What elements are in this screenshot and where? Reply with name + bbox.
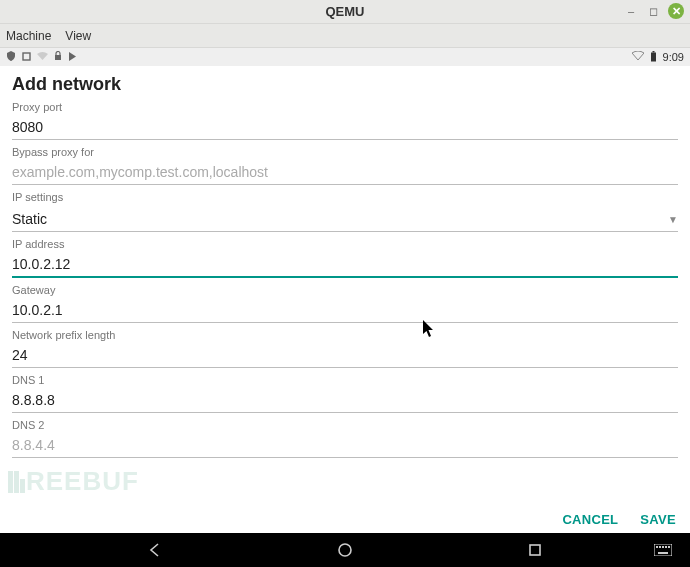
chevron-down-icon: ▼ — [668, 214, 678, 225]
nav-back-button[interactable] — [146, 541, 164, 559]
wifi-icon — [632, 51, 644, 63]
field-proxy-port: Proxy port — [12, 101, 678, 140]
menu-view[interactable]: View — [65, 29, 91, 43]
lock-icon — [54, 51, 62, 63]
nav-keyboard-icon[interactable] — [654, 541, 672, 559]
android-statusbar: 9:09 — [0, 48, 690, 66]
android-navbar — [0, 533, 690, 567]
settings-content: Add network Proxy port Bypass proxy for … — [0, 66, 690, 533]
wifi-dim-icon — [37, 52, 48, 63]
input-bypass[interactable] — [12, 162, 678, 182]
nav-home-button[interactable] — [336, 541, 354, 559]
field-ip-address: IP address — [12, 238, 678, 278]
cancel-button[interactable]: CANCEL — [562, 512, 618, 527]
nav-recents-button[interactable] — [526, 541, 544, 559]
field-prefix: Network prefix length — [12, 329, 678, 368]
label-ip-address: IP address — [12, 238, 678, 250]
menubar: Machine View — [0, 24, 690, 48]
input-gateway[interactable] — [12, 300, 678, 320]
titlebar: QEMU – ◻ ✕ — [0, 0, 690, 24]
svg-rect-12 — [658, 552, 668, 554]
dialog-actions: CANCEL SAVE — [562, 512, 676, 527]
statusbar-right: 9:09 — [632, 51, 684, 64]
svg-rect-2 — [651, 52, 656, 61]
minimize-button[interactable]: – — [624, 4, 638, 18]
label-proxy-port: Proxy port — [12, 101, 678, 113]
page-title: Add network — [12, 74, 678, 95]
qemu-window: QEMU – ◻ ✕ Machine View — [0, 0, 690, 567]
svg-rect-7 — [656, 546, 658, 548]
label-bypass: Bypass proxy for — [12, 146, 678, 158]
label-ip-settings: IP settings — [12, 191, 678, 203]
label-gateway: Gateway — [12, 284, 678, 296]
svg-rect-0 — [23, 53, 30, 60]
input-dns1[interactable] — [12, 390, 678, 410]
svg-rect-10 — [665, 546, 667, 548]
play-icon — [68, 52, 77, 63]
save-button[interactable]: SAVE — [640, 512, 676, 527]
label-dns2: DNS 2 — [12, 419, 678, 431]
field-ip-settings: IP settings Static ▼ — [12, 191, 678, 232]
input-dns2[interactable] — [12, 435, 678, 455]
input-proxy-port[interactable] — [12, 117, 678, 137]
svg-point-4 — [339, 544, 351, 556]
field-dns2: DNS 2 — [12, 419, 678, 458]
window-title: QEMU — [326, 4, 365, 19]
field-bypass: Bypass proxy for — [12, 146, 678, 185]
select-ip-settings[interactable]: Static ▼ — [12, 207, 678, 232]
window-buttons: – ◻ ✕ — [624, 3, 684, 19]
maximize-button[interactable]: ◻ — [646, 4, 660, 18]
label-dns1: DNS 1 — [12, 374, 678, 386]
svg-rect-11 — [668, 546, 670, 548]
battery-icon — [650, 51, 657, 64]
statusbar-time: 9:09 — [663, 51, 684, 63]
input-prefix[interactable] — [12, 345, 678, 365]
box-icon — [22, 52, 31, 63]
svg-rect-6 — [654, 544, 672, 556]
svg-rect-5 — [530, 545, 540, 555]
statusbar-left — [6, 51, 77, 63]
svg-rect-8 — [659, 546, 661, 548]
svg-rect-9 — [662, 546, 664, 548]
menu-machine[interactable]: Machine — [6, 29, 51, 43]
label-prefix: Network prefix length — [12, 329, 678, 341]
shield-icon — [6, 51, 16, 63]
svg-rect-1 — [55, 55, 61, 60]
field-gateway: Gateway — [12, 284, 678, 323]
close-button[interactable]: ✕ — [668, 3, 684, 19]
watermark: REEBUF — [8, 466, 139, 497]
input-ip-address[interactable] — [12, 254, 678, 274]
field-dns1: DNS 1 — [12, 374, 678, 413]
svg-rect-3 — [652, 51, 654, 53]
ip-settings-value: Static — [12, 211, 47, 227]
android-screen: 9:09 Add network Proxy port Bypass proxy… — [0, 48, 690, 567]
